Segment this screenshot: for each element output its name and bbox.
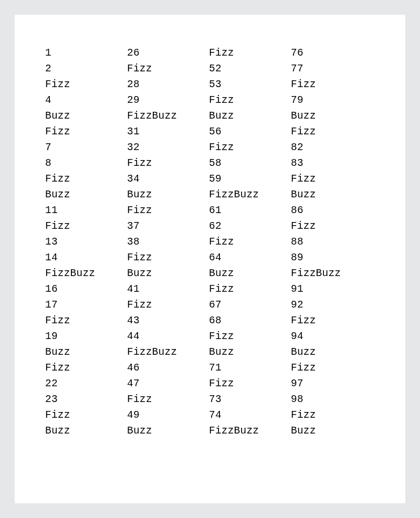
column-2: 26 Fizz 28 29 FizzBuzz 31 32 Fizz 34 Buz…	[127, 45, 209, 439]
list-item: 8	[45, 155, 127, 171]
list-item: Buzz	[209, 266, 291, 281]
list-item: FizzBuzz	[291, 266, 373, 281]
list-item: Fizz	[45, 360, 127, 376]
list-item: Buzz	[291, 344, 373, 360]
list-item: 32	[127, 140, 209, 155]
list-item: 82	[291, 140, 373, 155]
list-item: 92	[291, 297, 373, 313]
list-item: 77	[291, 61, 373, 77]
list-item: 17	[45, 297, 127, 313]
list-item: Fizz	[209, 329, 291, 344]
list-item: 43	[127, 313, 209, 329]
list-item: Fizz	[127, 392, 209, 407]
list-item: 22	[45, 376, 127, 392]
list-item: FizzBuzz	[127, 108, 209, 124]
list-item: Fizz	[291, 360, 373, 376]
document-page: 1 2 Fizz 4 Buzz Fizz 7 8 Fizz Buzz 11 Fi…	[15, 15, 405, 503]
list-item: 31	[127, 124, 209, 140]
list-item: 47	[127, 376, 209, 392]
list-item: 11	[45, 203, 127, 218]
list-item: 59	[209, 171, 291, 187]
list-item: Buzz	[127, 266, 209, 281]
list-item: Buzz	[291, 108, 373, 124]
list-item: Fizz	[209, 45, 291, 61]
list-item: 97	[291, 376, 373, 392]
list-item: 4	[45, 92, 127, 108]
list-item: 41	[127, 281, 209, 297]
list-item: Fizz	[127, 61, 209, 77]
list-item: Fizz	[127, 203, 209, 218]
list-item: FizzBuzz	[209, 423, 291, 439]
list-item: 13	[45, 234, 127, 250]
list-item: 23	[45, 392, 127, 407]
list-item: Fizz	[45, 218, 127, 234]
list-item: 73	[209, 392, 291, 407]
list-item: Fizz	[127, 297, 209, 313]
list-item: Fizz	[209, 92, 291, 108]
list-item: Fizz	[45, 124, 127, 140]
list-item: 49	[127, 407, 209, 423]
list-item: 29	[127, 92, 209, 108]
list-item: FizzBuzz	[45, 266, 127, 281]
list-item: 58	[209, 155, 291, 171]
list-item: Buzz	[45, 423, 127, 439]
list-item: Fizz	[45, 77, 127, 92]
list-item: Fizz	[127, 155, 209, 171]
list-item: 44	[127, 329, 209, 344]
list-item: 71	[209, 360, 291, 376]
list-item: Fizz	[45, 407, 127, 423]
list-item: Fizz	[127, 250, 209, 266]
list-item: 34	[127, 171, 209, 187]
list-item: 26	[127, 45, 209, 61]
list-item: 7	[45, 140, 127, 155]
list-item: 16	[45, 281, 127, 297]
list-item: Fizz	[291, 77, 373, 92]
fizzbuzz-columns: 1 2 Fizz 4 Buzz Fizz 7 8 Fizz Buzz 11 Fi…	[45, 45, 375, 439]
list-item: Fizz	[209, 234, 291, 250]
list-item: 88	[291, 234, 373, 250]
list-item: 1	[45, 45, 127, 61]
list-item: Fizz	[291, 171, 373, 187]
column-3: Fizz 52 53 Fizz Buzz 56 Fizz 58 59 FizzB…	[209, 45, 291, 439]
list-item: 64	[209, 250, 291, 266]
list-item: Buzz	[127, 423, 209, 439]
list-item: FizzBuzz	[209, 187, 291, 203]
list-item: Buzz	[209, 344, 291, 360]
list-item: Fizz	[291, 124, 373, 140]
list-item: Fizz	[291, 407, 373, 423]
column-1: 1 2 Fizz 4 Buzz Fizz 7 8 Fizz Buzz 11 Fi…	[45, 45, 127, 439]
list-item: 52	[209, 61, 291, 77]
list-item: 46	[127, 360, 209, 376]
list-item: 62	[209, 218, 291, 234]
list-item: Fizz	[209, 281, 291, 297]
list-item: Buzz	[209, 108, 291, 124]
list-item: Fizz	[45, 171, 127, 187]
list-item: 83	[291, 155, 373, 171]
list-item: 91	[291, 281, 373, 297]
list-item: 89	[291, 250, 373, 266]
list-item: Fizz	[209, 376, 291, 392]
list-item: Buzz	[127, 187, 209, 203]
list-item: 28	[127, 77, 209, 92]
list-item: Buzz	[45, 187, 127, 203]
list-item: 37	[127, 218, 209, 234]
list-item: 2	[45, 61, 127, 77]
list-item: 94	[291, 329, 373, 344]
list-item: Fizz	[291, 218, 373, 234]
list-item: 68	[209, 313, 291, 329]
list-item: Fizz	[291, 313, 373, 329]
list-item: 19	[45, 329, 127, 344]
list-item: FizzBuzz	[127, 344, 209, 360]
list-item: 53	[209, 77, 291, 92]
list-item: 14	[45, 250, 127, 266]
list-item: Fizz	[45, 313, 127, 329]
list-item: 38	[127, 234, 209, 250]
list-item: 86	[291, 203, 373, 218]
list-item: 61	[209, 203, 291, 218]
column-4: 76 77 Fizz 79 Buzz Fizz 82 83 Fizz Buzz …	[291, 45, 373, 439]
list-item: Buzz	[291, 187, 373, 203]
list-item: 67	[209, 297, 291, 313]
list-item: Buzz	[291, 423, 373, 439]
list-item: 79	[291, 92, 373, 108]
list-item: 98	[291, 392, 373, 407]
